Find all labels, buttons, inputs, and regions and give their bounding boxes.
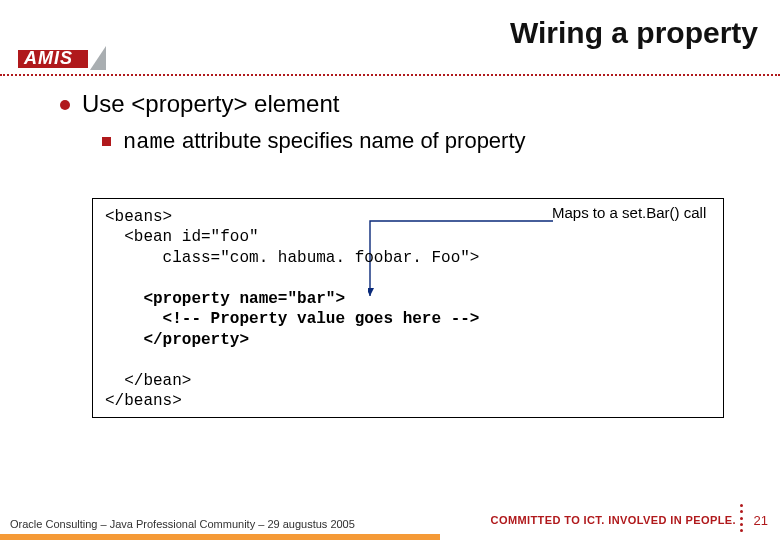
divider [0,74,780,76]
slide-title: Wiring a property [510,16,758,50]
logo: AMIS [18,42,104,70]
bullet-dot-icon [60,100,70,110]
footer-dots-icon [740,504,744,532]
bullet-level1-text: Use <property> element [82,90,339,118]
page-number: 21 [754,513,768,528]
footer-right: COMMITTED TO ICT. INVOLVED IN PEOPLE. [491,514,736,526]
slide: Wiring a property AMIS Use <property> el… [0,0,780,540]
footer-left: Oracle Consulting – Java Professional Co… [10,518,355,530]
code-block: <beans> <bean id="foo" class="com. habum… [105,207,711,412]
logo-text: AMIS [24,48,73,69]
logo-triangle-icon [90,46,106,70]
bullet-level2-text: name attribute specifies name of propert… [123,128,526,155]
footer-accent-bar [0,534,440,540]
content-area: Use <property> element name attribute sp… [60,90,758,155]
bullet-square-icon [102,137,111,146]
bullet-code-word: name [123,130,176,155]
bullet-level2: name attribute specifies name of propert… [102,128,758,155]
code-box: <beans> <bean id="foo" class="com. habum… [92,198,724,418]
bullet-rest: attribute specifies name of property [176,128,526,153]
bullet-level1: Use <property> element [60,90,758,118]
